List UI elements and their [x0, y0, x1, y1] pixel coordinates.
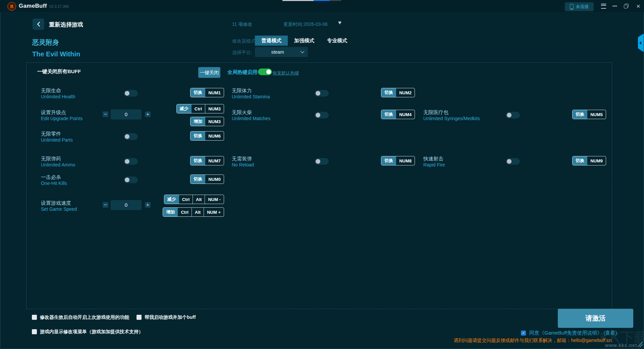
title-bar: B GameBuff V2.3.17.306 未连接 ✕: [0, 0, 644, 12]
cheat-label-en: One-Hit Kills: [41, 181, 67, 186]
slide-panel-handle[interactable]: [638, 34, 644, 52]
mods-count: 11 项修改: [232, 21, 252, 28]
close-button[interactable]: ✕: [635, 3, 642, 9]
hotkey-key: NUM1: [205, 88, 224, 97]
global-hotkey-toggle[interactable]: [258, 68, 272, 75]
cheat-label: 无限体力Unlimited Stamina: [232, 87, 270, 100]
option-checkbox-2[interactable]: [137, 315, 142, 320]
option-checkbox-label: 帮我启动游戏并加个buff: [145, 314, 196, 320]
activate-button[interactable]: 请激活: [558, 309, 633, 328]
cheat-label-en: Unlimited Syringes/Medkits: [423, 116, 480, 121]
cheat-toggle[interactable]: [315, 158, 329, 165]
menu-button[interactable]: [600, 3, 607, 9]
hotkey-action: 切换: [191, 175, 205, 184]
toggle-knob: [125, 159, 129, 164]
hotkey-action: 切换: [381, 156, 396, 165]
hotkey-action: 减少: [164, 195, 179, 204]
cheat-hotkey-button[interactable]: 切换NUM8: [381, 156, 415, 165]
cheats-panel: [26, 62, 612, 309]
cheat-hotkey-button[interactable]: 切换NUM2: [381, 88, 415, 97]
cheat-hotkey-decrease[interactable]: 减少CtrlNUM3: [176, 104, 224, 113]
hotkey-key: Alt: [192, 208, 204, 216]
cheat-toggle[interactable]: [124, 158, 138, 165]
cheat-hotkey-button[interactable]: 切换NUM5: [572, 110, 606, 119]
cheat-toggle[interactable]: [506, 158, 520, 165]
cheat-toggle[interactable]: [506, 112, 520, 118]
cheat-hotkey-button[interactable]: 切换NUM7: [190, 156, 224, 165]
option-checkbox-label: 游戏内显示修改项菜单（游戏加加提供技术支持）: [40, 329, 143, 335]
stepper-decrease-button[interactable]: −: [103, 111, 108, 117]
cheat-hotkey-button[interactable]: 切换NUM1: [190, 88, 224, 97]
cheat-toggle[interactable]: [124, 177, 138, 183]
cheat-toggle[interactable]: [315, 90, 329, 97]
hamburger-icon: [601, 4, 606, 9]
platform-select[interactable]: steam: [255, 47, 308, 57]
back-button[interactable]: [33, 18, 44, 30]
hotkey-action: 切换: [191, 88, 205, 97]
hotkey-action: 切换: [573, 110, 587, 119]
cheat-label-en: Rapid Fire: [423, 162, 445, 168]
connection-status-button[interactable]: 未连接: [565, 2, 594, 11]
favorite-heart-icon[interactable]: ♥: [338, 19, 341, 26]
toggle-knob: [507, 113, 512, 117]
page-title: 重新选择游戏: [49, 21, 83, 29]
hotkey-key: Ctrl: [192, 104, 205, 113]
cheat-label-zh: 设置游戏速度: [41, 200, 77, 206]
cheat-label: 无限弹药Unlimited Ammo: [41, 155, 75, 168]
option-checkbox-3[interactable]: [32, 329, 37, 334]
stepper-value-input[interactable]: 0: [111, 200, 142, 210]
stepper-increase-button[interactable]: +: [145, 111, 151, 117]
stepper-decrease-button[interactable]: −: [103, 202, 108, 208]
hotkey-key: Ctrl: [179, 195, 193, 204]
update-time: 更新时间:2026-03-08: [283, 21, 328, 28]
hotkey-key: Alt: [193, 195, 205, 204]
connection-status-label: 未连接: [576, 4, 589, 10]
platform-selected-value: steam: [255, 49, 300, 55]
hotkey-action: 增加: [163, 208, 178, 216]
close-icon: ✕: [636, 4, 641, 9]
cheat-toggle[interactable]: [315, 112, 329, 118]
hotkey-key: NUM0: [205, 175, 224, 184]
hotkey-key: NUM2: [396, 88, 415, 97]
chevron-down-icon: [300, 51, 305, 53]
close-all-button[interactable]: 一键关闭: [198, 67, 220, 78]
option-checkbox-1[interactable]: [32, 315, 37, 320]
agreement-checkbox[interactable]: ✓: [521, 331, 526, 336]
hotkey-action: 减少: [177, 104, 192, 113]
app-name: GameBuff: [19, 3, 47, 9]
minimize-button[interactable]: [611, 3, 619, 9]
cheat-hotkey-button[interactable]: 切换NUM9: [572, 156, 606, 165]
gamebuff-logo-icon: B: [7, 2, 16, 11]
mode-label: 修改器模式: [232, 38, 256, 44]
cheat-hotkey-increase[interactable]: 增加CtrlAltNUM +: [163, 207, 224, 217]
gamebuff-window: B GameBuff V2.3.17.306 未连接 ✕ 重新选择游戏 11 项…: [0, 0, 644, 349]
cheat-label-zh: 无需装弹: [232, 155, 254, 162]
cheat-hotkey-decrease[interactable]: 减少CtrlAltNUM -: [164, 195, 224, 204]
minimize-icon: [612, 6, 617, 6]
resize-grip[interactable]: [636, 341, 643, 348]
cheat-hotkey-button[interactable]: 切换NUM4: [381, 110, 415, 119]
hotkey-action: 切换: [381, 88, 396, 97]
restore-default-hotkeys-link[interactable]: 恢复默认热键: [273, 70, 299, 76]
cheat-toggle[interactable]: [124, 133, 138, 140]
mode-tab-3[interactable]: 专业模式: [321, 36, 354, 46]
mode-tab-2[interactable]: 加强模式: [288, 36, 321, 46]
cheat-label-zh: 无限火柴: [232, 109, 270, 116]
mode-tab-1[interactable]: 普通模式: [255, 36, 288, 46]
cheat-hotkey-increase[interactable]: 增加NUM3: [190, 117, 224, 126]
cheat-label: 无限生命Unlimited Health: [41, 87, 75, 100]
cheat-label: 无限零件Unlimited Parts: [41, 131, 73, 143]
cheat-toggle[interactable]: [124, 90, 138, 97]
stepper-increase-button[interactable]: +: [145, 202, 151, 208]
cheat-label: 无限医疗包Unlimited Syringes/Medkits: [423, 109, 480, 121]
cheat-hotkey-button[interactable]: 切换NUM6: [190, 131, 224, 141]
cheat-label-en: Unlimited Ammo: [41, 162, 75, 168]
maximize-button[interactable]: [623, 3, 630, 9]
cheat-hotkey-button[interactable]: 切换NUM0: [190, 174, 224, 184]
cheat-label-zh: 无限零件: [41, 131, 73, 137]
triangle-left-icon: [639, 41, 641, 45]
stepper-value-input[interactable]: 0: [111, 109, 142, 119]
cheat-label: 一击必杀One-Hit Kills: [41, 174, 67, 186]
cheat-label-zh: 快速射击: [423, 155, 445, 162]
phone-icon: [570, 4, 574, 10]
